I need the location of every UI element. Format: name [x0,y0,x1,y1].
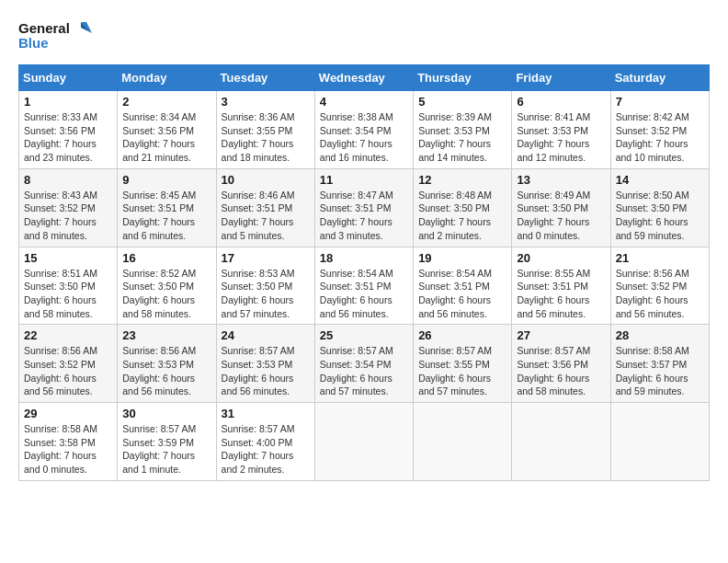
day-number: 14 [616,173,704,187]
day-number: 15 [24,251,112,265]
day-number: 16 [122,251,210,265]
calendar-cell: 31Sunrise: 8:57 AMSunset: 4:00 PMDayligh… [216,403,314,481]
day-number: 10 [222,173,310,187]
day-detail: Sunrise: 8:42 AMSunset: 3:52 PMDaylight:… [616,110,704,165]
calendar-cell: 15Sunrise: 8:51 AMSunset: 3:50 PMDayligh… [19,247,118,325]
day-detail: Sunrise: 8:50 AMSunset: 3:50 PMDaylight:… [616,189,704,243]
calendar-cell: 27Sunrise: 8:57 AMSunset: 3:56 PMDayligh… [512,325,610,403]
day-number: 7 [616,95,704,109]
day-number: 23 [122,328,210,342]
calendar-cell: 14Sunrise: 8:50 AMSunset: 3:50 PMDayligh… [610,168,709,247]
weekday-friday: Friday [512,65,610,91]
day-number: 13 [517,173,605,187]
day-detail: Sunrise: 8:56 AMSunset: 3:52 PMDaylight:… [616,267,704,321]
calendar-cell: 8Sunrise: 8:43 AMSunset: 3:52 PMDaylight… [19,168,118,247]
day-detail: Sunrise: 8:48 AMSunset: 3:50 PMDaylight:… [418,189,506,243]
day-number: 28 [616,328,704,342]
day-detail: Sunrise: 8:57 AMSunset: 3:54 PMDaylight:… [320,344,408,398]
calendar-cell: 1Sunrise: 8:33 AMSunset: 3:56 PMDaylight… [19,91,118,169]
calendar-cell: 2Sunrise: 8:34 AMSunset: 3:56 PMDaylight… [118,91,216,169]
day-detail: Sunrise: 8:57 AMSunset: 4:00 PMDaylight:… [222,422,310,477]
calendar-week-4: 22Sunrise: 8:56 AMSunset: 3:52 PMDayligh… [19,325,710,403]
calendar-cell: 5Sunrise: 8:39 AMSunset: 3:53 PMDaylight… [414,91,512,169]
weekday-tuesday: Tuesday [216,65,314,91]
day-number: 8 [24,173,112,187]
calendar-table: SundayMondayTuesdayWednesdayThursdayFrid… [18,64,710,481]
day-number: 17 [222,251,310,265]
day-detail: Sunrise: 8:46 AMSunset: 3:51 PMDaylight:… [222,189,310,243]
calendar-cell: 22Sunrise: 8:56 AMSunset: 3:52 PMDayligh… [19,325,118,403]
calendar-week-1: 1Sunrise: 8:33 AMSunset: 3:56 PMDaylight… [19,91,710,169]
calendar-body: 1Sunrise: 8:33 AMSunset: 3:56 PMDaylight… [19,91,710,481]
day-number: 4 [320,95,408,109]
day-number: 12 [418,173,506,187]
logo: General Blue [18,18,92,55]
header: General Blue [18,18,710,55]
day-number: 20 [517,251,605,265]
logo-svg: General Blue [18,18,92,55]
day-detail: Sunrise: 8:57 AMSunset: 3:53 PMDaylight:… [222,344,310,398]
day-detail: Sunrise: 8:56 AMSunset: 3:53 PMDaylight:… [122,344,210,398]
day-number: 30 [122,407,210,420]
calendar-week-2: 8Sunrise: 8:43 AMSunset: 3:52 PMDaylight… [19,168,710,247]
day-number: 9 [122,173,210,187]
day-number: 1 [24,95,112,109]
day-number: 6 [517,95,605,109]
day-detail: Sunrise: 8:45 AMSunset: 3:51 PMDaylight:… [122,189,210,243]
day-detail: Sunrise: 8:34 AMSunset: 3:56 PMDaylight:… [122,110,210,165]
day-detail: Sunrise: 8:53 AMSunset: 3:50 PMDaylight:… [222,267,310,321]
day-detail: Sunrise: 8:57 AMSunset: 3:56 PMDaylight:… [517,344,605,398]
calendar-cell: 24Sunrise: 8:57 AMSunset: 3:53 PMDayligh… [216,325,314,403]
calendar-cell: 12Sunrise: 8:48 AMSunset: 3:50 PMDayligh… [414,168,512,247]
calendar-cell: 16Sunrise: 8:52 AMSunset: 3:50 PMDayligh… [118,247,216,325]
day-detail: Sunrise: 8:57 AMSunset: 3:59 PMDaylight:… [122,422,210,477]
calendar-week-3: 15Sunrise: 8:51 AMSunset: 3:50 PMDayligh… [19,247,710,325]
calendar-cell: 11Sunrise: 8:47 AMSunset: 3:51 PMDayligh… [314,168,413,247]
day-detail: Sunrise: 8:54 AMSunset: 3:51 PMDaylight:… [418,267,506,321]
day-detail: Sunrise: 8:39 AMSunset: 3:53 PMDaylight:… [418,110,506,165]
day-number: 3 [222,95,310,109]
day-detail: Sunrise: 8:38 AMSunset: 3:54 PMDaylight:… [320,110,408,165]
calendar-cell [610,403,709,481]
calendar-cell: 26Sunrise: 8:57 AMSunset: 3:55 PMDayligh… [414,325,512,403]
day-detail: Sunrise: 8:41 AMSunset: 3:53 PMDaylight:… [517,110,605,165]
calendar-cell: 30Sunrise: 8:57 AMSunset: 3:59 PMDayligh… [118,403,216,481]
day-number: 11 [320,173,408,187]
calendar-cell: 21Sunrise: 8:56 AMSunset: 3:52 PMDayligh… [610,247,709,325]
calendar-cell: 19Sunrise: 8:54 AMSunset: 3:51 PMDayligh… [414,247,512,325]
weekday-wednesday: Wednesday [314,65,413,91]
calendar-cell: 18Sunrise: 8:54 AMSunset: 3:51 PMDayligh… [314,247,413,325]
weekday-sunday: Sunday [19,65,118,91]
svg-text:General: General [18,20,70,36]
day-detail: Sunrise: 8:49 AMSunset: 3:50 PMDaylight:… [517,189,605,243]
calendar-cell: 28Sunrise: 8:58 AMSunset: 3:57 PMDayligh… [610,325,709,403]
day-number: 24 [222,328,310,342]
calendar-cell [512,403,610,481]
calendar-cell [314,403,413,481]
day-detail: Sunrise: 8:52 AMSunset: 3:50 PMDaylight:… [122,267,210,321]
day-number: 31 [222,407,310,420]
calendar-cell [414,403,512,481]
day-detail: Sunrise: 8:58 AMSunset: 3:58 PMDaylight:… [24,422,112,477]
calendar-week-5: 29Sunrise: 8:58 AMSunset: 3:58 PMDayligh… [19,403,710,481]
calendar-cell: 17Sunrise: 8:53 AMSunset: 3:50 PMDayligh… [216,247,314,325]
calendar-cell: 29Sunrise: 8:58 AMSunset: 3:58 PMDayligh… [19,403,118,481]
day-detail: Sunrise: 8:47 AMSunset: 3:51 PMDaylight:… [320,189,408,243]
calendar-cell: 7Sunrise: 8:42 AMSunset: 3:52 PMDaylight… [610,91,709,169]
calendar-cell: 10Sunrise: 8:46 AMSunset: 3:51 PMDayligh… [216,168,314,247]
day-number: 21 [616,251,704,265]
day-detail: Sunrise: 8:58 AMSunset: 3:57 PMDaylight:… [616,344,704,398]
calendar-cell: 20Sunrise: 8:55 AMSunset: 3:51 PMDayligh… [512,247,610,325]
day-number: 25 [320,328,408,342]
day-detail: Sunrise: 8:56 AMSunset: 3:52 PMDaylight:… [24,344,112,398]
day-number: 22 [24,328,112,342]
weekday-header-row: SundayMondayTuesdayWednesdayThursdayFrid… [19,65,710,91]
day-detail: Sunrise: 8:43 AMSunset: 3:52 PMDaylight:… [24,189,112,243]
day-number: 29 [24,407,112,420]
calendar-cell: 6Sunrise: 8:41 AMSunset: 3:53 PMDaylight… [512,91,610,169]
day-number: 19 [418,251,506,265]
day-detail: Sunrise: 8:51 AMSunset: 3:50 PMDaylight:… [24,267,112,321]
day-number: 5 [418,95,506,109]
day-number: 26 [418,328,506,342]
calendar-cell: 3Sunrise: 8:36 AMSunset: 3:55 PMDaylight… [216,91,314,169]
